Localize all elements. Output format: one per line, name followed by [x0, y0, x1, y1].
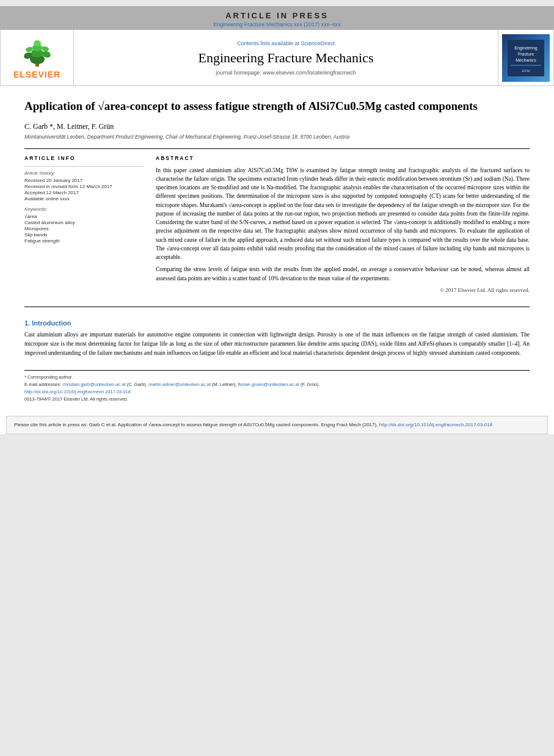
section-title: Introduction	[32, 319, 71, 327]
section-num: 1.	[24, 319, 30, 327]
contents-line: Contents lists available at ScienceDirec…	[237, 40, 335, 46]
keywords-group: Keywords: √areaCasted aluminium alloyMic…	[24, 206, 144, 244]
accepted-date: Accepted 12 March 2017	[24, 190, 144, 195]
elsevier-logo: ELSEVIER	[13, 36, 60, 79]
doi-line: http://dx.doi.org/10.1016/j.engfracmech.…	[24, 389, 530, 394]
article-title: Application of √area-concept to assess f…	[24, 98, 530, 115]
abstract-copyright: © 2017 Elsevier Ltd. All rights reserved…	[156, 286, 530, 295]
journal-homepage: journal homepage: www.elsevier.com/locat…	[216, 70, 356, 76]
journal-header-right: Engineering Fracture Mechanics EFM	[498, 30, 553, 85]
keyword-item: Fatigue strength	[24, 238, 144, 244]
journal-header-left: ELSEVIER	[1, 30, 74, 85]
abstract-heading: ABSTRACT	[156, 155, 530, 161]
svg-text:Mechanics: Mechanics	[516, 58, 536, 62]
received-date: Received 20 January 2017	[24, 178, 144, 183]
article-in-press-banner: ARTICLE IN PRESS Engineering Fracture Me…	[0, 6, 554, 30]
article-meta-section: ARTICLE INFO Article history: Received 2…	[24, 155, 530, 299]
banner-subtitle: Engineering Fracture Mechanics xxx (2017…	[0, 21, 554, 27]
doi-link[interactable]: http://dx.doi.org/10.1016/j.engfracmech.…	[24, 389, 131, 394]
citation-label: Please cite this article in press as: Ga…	[14, 422, 377, 427]
affiliation: Montanuniversität Leoben, Department Pro…	[24, 134, 530, 140]
abstract-text: In this paper casted aluminium alloy AlS…	[156, 166, 530, 295]
article-info-column: ARTICLE INFO Article history: Received 2…	[24, 155, 144, 299]
main-content: Application of √area-concept to assess f…	[0, 86, 554, 410]
keyword-item: √area	[24, 214, 144, 219]
email-note: E-mail addresses: christian.garb@unileob…	[24, 382, 530, 387]
authors-text: C. Garb *, M. Leitner, F. Grün	[24, 122, 114, 131]
email-garb-name: (C. Garb),	[127, 382, 148, 387]
elsevier-tree-icon	[16, 36, 59, 70]
abstract-para-1: In this paper casted aluminium alloy AlS…	[156, 166, 530, 262]
email-leitner-name: (M. Leitner),	[212, 382, 238, 387]
history-label: Article history:	[24, 170, 144, 176]
sciencedirect-link[interactable]: ScienceDirect	[301, 40, 335, 46]
keyword-item: Casted aluminium alloy	[24, 220, 144, 225]
journal-header-center: Contents lists available at ScienceDirec…	[74, 30, 498, 85]
divider-2	[24, 307, 530, 307]
journal-header: ELSEVIER Contents lists available at Sci…	[0, 30, 554, 86]
article-info-heading: ARTICLE INFO	[24, 155, 144, 161]
svg-text:Fracture: Fracture	[518, 52, 534, 56]
svg-text:EFM: EFM	[522, 69, 530, 73]
authors: C. Garb *, M. Leitner, F. Grün	[24, 122, 530, 131]
footnotes-area: * Corresponding author. E-mail addresses…	[24, 370, 530, 402]
intro-text: Cast aluminium alloys are important mate…	[24, 330, 530, 357]
keywords-list: √areaCasted aluminium alloyMicroporesSli…	[24, 214, 144, 244]
issn-line: 0013-7944/© 2017 Elsevier Ltd. All right…	[24, 396, 530, 402]
svg-point-4	[34, 40, 41, 46]
citation-box: Please cite this article in press as: Ga…	[6, 416, 548, 434]
journal-logo-box: Engineering Fracture Mechanics EFM	[502, 34, 550, 82]
citation-text: Please cite this article in press as: Ga…	[14, 421, 540, 429]
abstract-column: ABSTRACT In this paper casted aluminium …	[156, 155, 530, 299]
email-gruen[interactable]: florian.gruen@unileoben.ac.at	[238, 382, 299, 387]
keywords-label: Keywords:	[24, 206, 144, 212]
journal-logo-icon: Engineering Fracture Mechanics EFM	[508, 40, 544, 76]
email-garb[interactable]: christian.garb@unileoben.ac.at	[62, 382, 126, 387]
elsevier-brand-text: ELSEVIER	[13, 70, 60, 79]
article-info-box: Article history: Received 20 January 201…	[24, 166, 144, 244]
corresponding-note: * Corresponding author.	[24, 374, 530, 380]
journal-title: Engineering Fracture Mechanics	[198, 50, 373, 66]
svg-text:Engineering: Engineering	[514, 46, 537, 51]
contents-label: Contents lists available at	[237, 40, 299, 46]
intro-title: 1. Introduction	[24, 319, 530, 327]
abstract-para-2: Comparing the stress levels of fatigue t…	[156, 265, 530, 283]
available-online: Available online xxxx	[24, 196, 144, 202]
divider-1	[24, 148, 530, 149]
banner-title: ARTICLE IN PRESS	[0, 11, 554, 20]
email-label: E-mail addresses:	[24, 382, 61, 387]
email-gruen-name: (F. Grün).	[301, 382, 320, 387]
article-history-group: Article history: Received 20 January 201…	[24, 170, 144, 202]
citation-doi-link[interactable]: http://dx.doi.org/10.1016/j.engfracmech.…	[379, 422, 492, 427]
revised-date: Received in revised form 12 March 2017	[24, 184, 144, 189]
email-leitner[interactable]: martin.leitner@unileoben.ac.at	[148, 382, 211, 387]
keyword-item: Micropores	[24, 226, 144, 231]
page-wrapper: ARTICLE IN PRESS Engineering Fracture Me…	[0, 6, 554, 434]
keyword-item: Slip bands	[24, 232, 144, 238]
intro-section: 1. Introduction Cast aluminium alloys ar…	[24, 319, 530, 357]
